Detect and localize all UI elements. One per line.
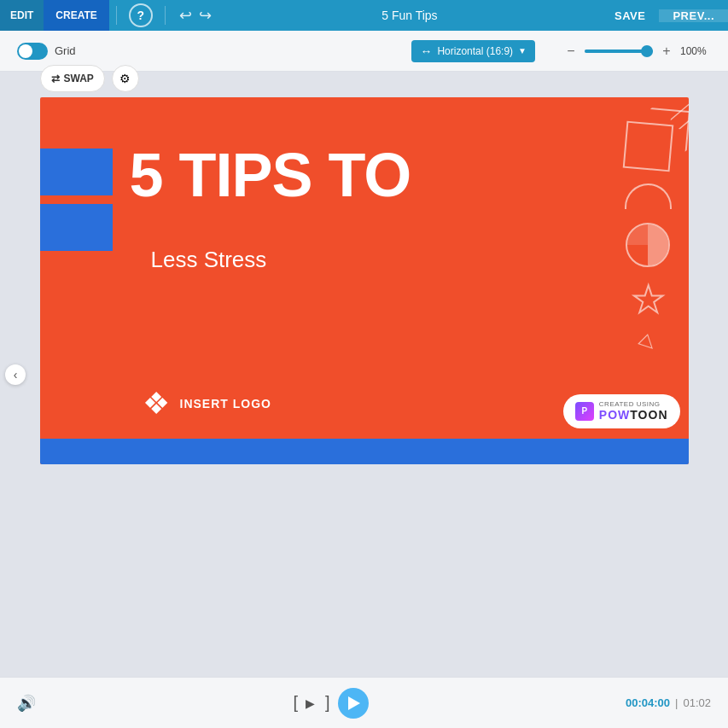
playback-center: [ ▶ ] [36,688,626,719]
slide-bottom-bar [40,439,689,464]
slide-main-title[interactable]: 5 TIPS TO [130,144,411,206]
slide-prev-arrow[interactable]: ‹ [5,364,26,385]
orientation-label: Horizontal (16:9) [437,45,513,57]
help-button[interactable]: ? [129,3,153,27]
playback-bracket-right: ] [325,693,328,713]
settings-button[interactable]: ⚙ [112,65,139,92]
accent-bar-bottom [40,204,113,251]
swap-button[interactable]: ⇄ SWAP [40,65,105,92]
shape-star-icon: ★ [632,281,665,318]
shape-arrow-icon: ▷ [635,330,661,356]
save-button[interactable]: SAVE [601,9,659,22]
top-bar: EDIT CREATE ? ↩ ↪ 5 Fun Tips SAVE PREV..… [0,0,728,31]
volume-icon[interactable]: 🔊 [17,694,36,713]
create-button[interactable]: CREATE [44,0,108,31]
main-area: ‹ ⇄ SWAP ⚙ 5 TIPS TO Less Stress [0,72,728,677]
powtoon-brand-text: POWPOWTOONTOON [599,409,668,422]
orientation-icon: ↔ [420,44,432,58]
play-button[interactable] [338,688,369,719]
powtoon-brand-highlight: POW [599,408,630,422]
slide-container: ⇄ SWAP ⚙ 5 TIPS TO Less Stress ❖ INSERT … [40,97,689,464]
create-label: CREATE [55,9,96,21]
zoom-slider-knob [641,45,653,57]
preview-label: PREV... [673,9,714,22]
undo-button[interactable]: ↩ [179,6,192,25]
powtoon-text-group: CREATED USING POWPOWTOONTOON [599,401,668,422]
slide-logo-area[interactable]: ❖ INSERT LOGO [143,386,271,422]
toggle-knob [19,44,32,58]
edit-label: EDIT [10,9,33,21]
slide-subtitle[interactable]: Less Stress [151,247,267,273]
bottom-bar: 🔊 [ ▶ ] 00:04:00 | 01:02 [0,677,728,728]
accent-bar-top [40,149,113,195]
shape-cube-icon [622,121,673,172]
time-total: 01:02 [683,696,711,709]
slide-blue-accent [40,149,134,315]
orientation-button[interactable]: ↔ Horizontal (16:9) ▼ [411,40,535,62]
swap-icon: ⇄ [51,73,60,84]
grid-label: Grid [55,44,76,57]
chevron-down-icon: ▼ [518,46,527,55]
slide-floating-controls: ⇄ SWAP ⚙ [40,65,139,92]
shape-pie-icon [626,223,670,267]
zoom-slider[interactable] [585,50,653,53]
presentation-title: 5 Fun Tips [218,9,601,22]
insert-logo-text: INSERT LOGO [180,397,271,411]
playback-inner-icon: ▶ [306,696,315,710]
slide-canvas[interactable]: 5 TIPS TO Less Stress ❖ INSERT LOGO ★ ▷ … [40,97,689,464]
shape-arch-icon [625,183,672,209]
logo-hexagon-icon: ❖ [143,386,170,422]
grid-toggle: Grid [17,43,76,60]
zoom-percent: 100% [680,45,711,57]
redo-button[interactable]: ↪ [199,6,212,25]
divider-2 [165,6,166,25]
edit-button[interactable]: EDIT [0,0,44,31]
divider-1 [116,6,117,25]
powtoon-badge: P CREATED USING POWPOWTOONTOON [563,394,680,428]
time-separator: | [675,696,678,709]
time-current: 00:04:00 [626,696,670,709]
playback-bracket-left: [ [293,693,295,713]
slide-shapes: ★ ▷ [625,123,672,354]
powtoon-logo-icon: P [575,402,594,421]
preview-button[interactable]: PREV... [659,9,728,22]
grid-toggle-switch[interactable] [17,43,48,60]
gear-icon: ⚙ [119,72,131,85]
top-bar-right: SAVE PREV... [601,9,728,22]
swap-label: SWAP [64,73,94,84]
play-triangle-icon [348,696,360,710]
zoom-out-button[interactable]: − [562,44,579,59]
zoom-controls: − + 100% [562,44,711,59]
zoom-in-button[interactable]: + [658,44,675,59]
help-icon: ? [137,9,145,22]
time-display: 00:04:00 | 01:02 [626,696,711,709]
history-controls: ↩ ↪ [179,6,212,25]
